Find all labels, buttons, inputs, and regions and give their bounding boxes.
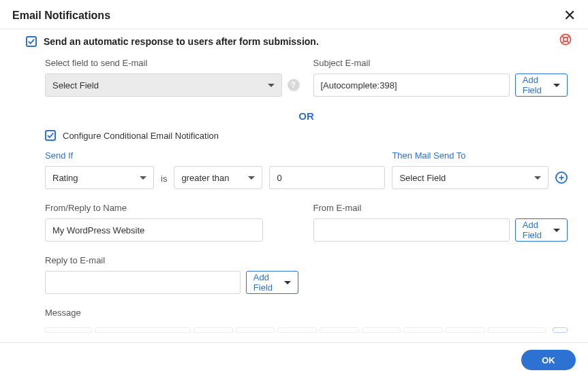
subject-label: Subject E-mail	[313, 58, 568, 68]
subject-input[interactable]: [Autocomplete:398]	[313, 73, 510, 97]
is-label: is	[161, 174, 167, 189]
message-label: Message	[45, 308, 568, 318]
condition-builder-row: Send If Rating is greater than 0	[45, 150, 568, 189]
from-name-input[interactable]: My WordPress Website	[45, 218, 263, 242]
auto-response-label: Send an automatic response to users afte…	[44, 36, 319, 47]
add-field-from-email-button[interactable]: Add Field	[515, 218, 568, 242]
close-icon[interactable]: ✕	[563, 8, 576, 23]
conditional-label: Configure Conditional Email Notification	[63, 131, 219, 141]
send-if-label: Send If	[45, 150, 154, 161]
add-condition-button[interactable]: +	[555, 171, 568, 184]
select-field-dropdown[interactable]: Select Field	[45, 73, 282, 97]
svg-line-3	[567, 41, 569, 43]
select-field-value: Select Field	[52, 80, 99, 91]
dialog-header: Email Notifications ✕	[0, 0, 588, 29]
chevron-down-icon	[248, 176, 255, 180]
svg-line-2	[562, 36, 564, 38]
send-if-field-dropdown[interactable]: Rating	[45, 166, 154, 189]
help-lifebuoy-icon[interactable]	[559, 33, 572, 46]
help-icon[interactable]: ?	[288, 79, 300, 91]
chevron-down-icon	[534, 176, 541, 180]
chevron-down-icon	[553, 84, 560, 87]
dialog-footer: OK	[0, 342, 588, 377]
dialog-content: Send an automatic response to users afte…	[0, 29, 588, 342]
ok-button[interactable]: OK	[521, 350, 576, 370]
conditional-row: Configure Conditional Email Notification	[45, 130, 568, 141]
subject-input-value: [Autocomplete:398]	[321, 80, 397, 91]
svg-line-5	[562, 41, 564, 43]
email-notifications-dialog: Email Notifications ✕ Send an automatic …	[0, 0, 588, 377]
chevron-down-icon	[140, 176, 146, 180]
from-name-label: From/Reply to Name	[45, 203, 300, 213]
add-field-reply-email-button[interactable]: Add Field	[246, 271, 298, 294]
from-email-label: From E-mail	[313, 203, 568, 213]
reply-email-section: Reply to E-mail Add Field	[45, 255, 568, 294]
svg-point-1	[563, 37, 568, 42]
then-mail-dropdown[interactable]: Select Field	[392, 166, 548, 189]
or-divider: OR	[45, 110, 568, 122]
add-field-subject-button[interactable]: Add Field	[515, 73, 568, 97]
chevron-down-icon	[553, 229, 560, 232]
auto-response-row: Send an automatic response to users afte…	[26, 36, 568, 47]
send-if-operator-dropdown[interactable]: greater than	[174, 166, 262, 189]
chevron-down-icon	[268, 84, 275, 87]
from-email-input[interactable]	[313, 218, 510, 242]
send-if-value-input[interactable]: 0	[269, 166, 385, 189]
conditional-checkbox[interactable]	[45, 130, 56, 141]
then-mail-label: Then Mail Send To	[392, 150, 548, 161]
svg-line-4	[567, 36, 569, 38]
message-toolbar[interactable]	[45, 327, 546, 333]
reply-email-input[interactable]	[45, 271, 241, 294]
top-fields-row: Select field to send E-mail Select Field…	[45, 58, 568, 97]
add-field-message-button[interactable]	[553, 327, 568, 333]
from-row: From/Reply to Name My WordPress Website …	[45, 203, 568, 242]
chevron-down-icon	[284, 281, 291, 284]
select-field-label: Select field to send E-mail	[45, 58, 300, 68]
auto-response-checkbox[interactable]	[26, 36, 37, 47]
reply-email-label: Reply to E-mail	[45, 255, 568, 265]
message-section: Message	[45, 308, 568, 333]
dialog-title: Email Notifications	[12, 10, 110, 22]
